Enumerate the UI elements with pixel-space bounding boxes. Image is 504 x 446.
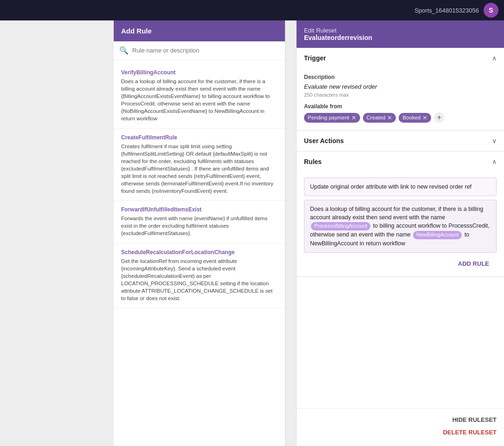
- add-tag-button[interactable]: +: [434, 112, 444, 123]
- topbar-avatar[interactable]: S: [484, 3, 498, 18]
- delete-ruleset-button[interactable]: DELETE RULESET: [304, 426, 497, 439]
- tag-pending-remove[interactable]: ✕: [351, 114, 356, 121]
- tag-booked: Booked ✕: [399, 113, 431, 123]
- rules-section-header[interactable]: Rules ∧: [297, 151, 504, 172]
- search-container: 🔍: [114, 41, 285, 60]
- tag-pending-payment: Pending payment ✕: [304, 113, 360, 123]
- description-value: Evaluate new revised order: [304, 83, 497, 90]
- edit-ruleset-name: Evaluateorderrevision: [304, 34, 497, 41]
- list-item[interactable]: CreateFulfilmentRule Creates fulfilment …: [114, 129, 285, 201]
- search-input[interactable]: [132, 47, 279, 54]
- rule-desc: Get the locationRef from incoming event …: [121, 257, 278, 302]
- add-rule-button[interactable]: ADD RULE: [304, 256, 497, 271]
- edit-ruleset-label: Edit Ruleset: [304, 27, 497, 34]
- rules-chevron-icon: ∧: [492, 158, 497, 165]
- rules-section-body: Update original order attribute with lin…: [297, 172, 504, 276]
- rule-desc: Does a lookup of billing account for the…: [121, 78, 278, 123]
- trigger-title: Trigger: [304, 54, 326, 62]
- user-actions-section: User Actions ∨: [297, 131, 504, 151]
- edit-ruleset-header: Edit Ruleset Evaluateorderrevision: [297, 20, 504, 48]
- list-item[interactable]: ForwardIfUnfulfilledItemsExist Forwards …: [114, 201, 285, 243]
- edit-ruleset-panel: Edit Ruleset Evaluateorderrevision Trigg…: [296, 20, 504, 446]
- topbar: Sports_1648015323056 S: [0, 0, 504, 20]
- add-rule-panel: Add Rule 🔍 VerifyBillingAccount Does a l…: [114, 20, 285, 446]
- add-rule-header: Add Rule: [114, 20, 285, 41]
- rules-list: VerifyBillingAccount Does a lookup of bi…: [114, 60, 285, 446]
- rule-box-2-tag2: NewBillingAccount: [413, 231, 462, 239]
- rule-desc: Creates fulfilment if max split limit us…: [121, 143, 278, 195]
- add-rule-title: Add Rule: [121, 27, 152, 35]
- rule-name: VerifyBillingAccount: [121, 69, 278, 76]
- rules-section: Rules ∧ Update original order attribute …: [297, 151, 504, 277]
- rule-box-1-text: Update original order attribute with lin…: [310, 184, 472, 190]
- ruleset-footer: HIDE RULESET DELETE RULESET: [297, 408, 504, 446]
- description-label: Description: [304, 74, 497, 80]
- trigger-section-header[interactable]: Trigger ∧: [297, 48, 504, 68]
- trigger-section-body: Description Evaluate new revised order 2…: [297, 68, 504, 130]
- rule-name: CreateFulfilmentRule: [121, 134, 278, 141]
- rule-box-2-text-start: Does a lookup of billing account for the…: [310, 206, 483, 221]
- tags-row: Pending payment ✕ Created ✕ Booked ✕ +: [304, 112, 497, 123]
- hide-ruleset-button[interactable]: HIDE RULESET: [304, 413, 497, 426]
- tag-created: Created ✕: [363, 113, 396, 123]
- list-item[interactable]: ScheduleRecalculationForLocationChange G…: [114, 243, 285, 308]
- list-item[interactable]: VerifyBillingAccount Does a lookup of bi…: [114, 64, 285, 129]
- user-actions-chevron-icon: ∨: [492, 137, 497, 144]
- available-from-label: Available from: [304, 103, 497, 110]
- tag-booked-label: Booked: [402, 115, 420, 120]
- add-tag-icon: +: [437, 113, 441, 122]
- user-actions-title: User Actions: [304, 137, 344, 144]
- rules-title: Rules: [304, 158, 322, 165]
- char-count: 250 characters max: [304, 92, 497, 98]
- tag-pending-label: Pending payment: [308, 115, 349, 120]
- rule-box-2: Does a lookup of billing account for the…: [304, 200, 497, 253]
- search-icon: 🔍: [119, 46, 129, 55]
- trigger-section: Trigger ∧ Description Evaluate new revis…: [297, 48, 504, 131]
- topbar-username: Sports_1648015323056: [414, 7, 479, 14]
- tag-created-remove[interactable]: ✕: [387, 114, 392, 121]
- rule-name: ScheduleRecalculationForLocationChange: [121, 249, 278, 256]
- user-actions-header[interactable]: User Actions ∨: [297, 131, 504, 151]
- tag-booked-remove[interactable]: ✕: [422, 114, 427, 121]
- ruleset-body: Trigger ∧ Description Evaluate new revis…: [297, 48, 504, 408]
- rule-desc: Forwards the event with name {eventName}…: [121, 215, 278, 237]
- rule-box-1: Update original order attribute with lin…: [304, 177, 497, 196]
- rule-name: ForwardIfUnfulfilledItemsExist: [121, 206, 278, 213]
- trigger-chevron-icon: ∧: [492, 54, 497, 62]
- rule-box-2-tag1: ProcesssBillingAccount: [311, 222, 370, 230]
- tag-created-label: Created: [367, 115, 386, 120]
